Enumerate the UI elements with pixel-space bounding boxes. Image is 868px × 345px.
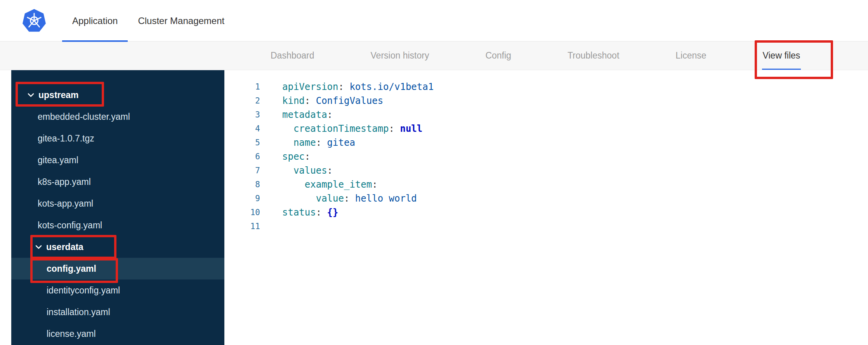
tree-item-label: gitea.yaml (38, 155, 78, 166)
code-token: : (316, 207, 327, 218)
kots-admin-console: ApplicationCluster Management DashboardV… (0, 0, 868, 345)
tree-folder-upstream[interactable]: upstream (11, 84, 224, 106)
line-number: 5 (224, 136, 260, 150)
tree-item-label: gitea-1.0.7.tgz (38, 133, 94, 144)
code-text: apiVersion: kots.io/v1beta1 (260, 80, 434, 94)
tree-file-config-yaml[interactable]: config.yaml (11, 258, 224, 279)
line-number: 1 (224, 80, 260, 94)
top-tabs: ApplicationCluster Management (62, 0, 234, 41)
code-line[interactable]: 1apiVersion: kots.io/v1beta1 (224, 80, 868, 94)
code-token: kots.io/v1beta1 (349, 81, 434, 92)
code-line[interactable]: 11 (224, 219, 868, 233)
code-line[interactable]: 9 value: hello world (224, 191, 868, 205)
subnav-item-config[interactable]: Config (485, 41, 511, 70)
code-text (260, 219, 282, 233)
code-token: values (293, 165, 327, 176)
tree-item-label: installation.yaml (47, 307, 110, 317)
code-text: creationTimestamp: null (260, 122, 422, 136)
code-text: spec: (260, 150, 310, 164)
chevron-down-icon (35, 245, 42, 249)
code-token: {} (327, 207, 339, 218)
line-number: 8 (224, 178, 260, 191)
code-token: hello world (355, 193, 417, 204)
code-line[interactable]: 7 values: (224, 164, 868, 178)
code-line[interactable]: 5 name: gitea (224, 136, 868, 150)
code-token: name (293, 137, 316, 148)
tree-folder-userdata[interactable]: userdata (11, 236, 224, 258)
topbar: ApplicationCluster Management (0, 0, 868, 41)
code-line[interactable]: 3metadata: (224, 108, 868, 122)
code-token: metadata (282, 109, 327, 120)
code-line[interactable]: 6spec: (224, 150, 868, 164)
kubernetes-logo[interactable] (22, 9, 47, 33)
top-tab-application[interactable]: Application (62, 0, 128, 41)
code-token: : (305, 95, 316, 106)
subnav-item-license[interactable]: License (675, 41, 706, 70)
tree-file-installation-yaml[interactable]: installation.yaml (11, 301, 224, 323)
code-text: metadata: (260, 108, 333, 122)
tree-item-label: kots-app.yaml (38, 198, 93, 209)
code-token: ConfigValues (316, 95, 383, 106)
tree-item-label: userdata (46, 242, 83, 252)
file-editor: 1apiVersion: kots.io/v1beta12kind: Confi… (224, 70, 868, 345)
tree-file-embedded-cluster-yaml[interactable]: embedded-cluster.yaml (11, 106, 224, 128)
subnav-item-troubleshoot[interactable]: Troubleshoot (568, 41, 619, 70)
tree-file-license-yaml[interactable]: license.yaml (11, 323, 224, 345)
code-line[interactable]: 10status: {} (224, 205, 868, 219)
tree-file-kots-config-yaml[interactable]: kots-config.yaml (11, 214, 224, 236)
code-token: value (316, 193, 344, 204)
code-text: kind: ConfigValues (260, 94, 383, 108)
tree-file-kots-app-yaml[interactable]: kots-app.yaml (11, 193, 224, 214)
tree-file-gitea-1-0-7-tgz[interactable]: gitea-1.0.7.tgz (11, 128, 224, 149)
subnav-item-view-files[interactable]: View files (763, 41, 800, 70)
tree-file-identityconfig-yaml[interactable]: identityconfig.yaml (11, 279, 224, 301)
code-token (282, 165, 293, 176)
line-number: 3 (224, 108, 260, 122)
line-number: 10 (224, 205, 260, 219)
code-text: name: gitea (260, 136, 355, 150)
code-line[interactable]: 4 creationTimestamp: null (224, 122, 868, 136)
tree-item-label: k8s-app.yaml (38, 177, 91, 187)
code-token (282, 179, 305, 190)
code-token: : (327, 109, 333, 120)
file-tree-sidebar: upstreamembedded-cluster.yamlgitea-1.0.7… (11, 70, 224, 345)
code-token: : (372, 179, 377, 190)
code-token: spec (282, 151, 305, 162)
code-token: status (282, 207, 316, 218)
code-token: : (305, 151, 310, 162)
line-number: 7 (224, 164, 260, 178)
code-token: gitea (327, 137, 355, 148)
top-tab-cluster-management[interactable]: Cluster Management (128, 0, 234, 41)
code-token (282, 193, 316, 204)
code-token: : (327, 165, 333, 176)
code-token: : (316, 137, 327, 148)
code-token: example_item (305, 179, 372, 190)
code-token: : (344, 193, 355, 204)
code-text: value: hello world (260, 191, 417, 205)
code-token: null (400, 123, 422, 134)
tree-item-label: license.yaml (47, 329, 96, 339)
code-text: example_item: (260, 178, 378, 191)
code-token (282, 137, 293, 148)
tree-file-k8s-app-yaml[interactable]: k8s-app.yaml (11, 171, 224, 193)
line-number: 9 (224, 191, 260, 205)
code-text: status: {} (260, 205, 339, 219)
code-token: apiVersion (282, 81, 339, 92)
line-number: 6 (224, 150, 260, 164)
code-token: : (389, 123, 400, 134)
kubernetes-logo-icon (22, 9, 47, 33)
code-text: values: (260, 164, 333, 178)
code-line[interactable]: 8 example_item: (224, 178, 868, 191)
line-number: 4 (224, 122, 260, 136)
code-token (282, 123, 293, 134)
tree-item-label: upstream (38, 90, 79, 100)
subnav-item-version-history[interactable]: Version history (371, 41, 429, 70)
line-number: 2 (224, 94, 260, 108)
chevron-down-icon (28, 93, 34, 97)
tree-file-gitea-yaml[interactable]: gitea.yaml (11, 149, 224, 171)
code-line[interactable]: 2kind: ConfigValues (224, 94, 868, 108)
subnav-item-dashboard[interactable]: Dashboard (271, 41, 314, 70)
code-token: creationTimestamp (293, 123, 389, 134)
app-subnav: DashboardVersion historyConfigTroublesho… (0, 41, 868, 70)
code-token: : (339, 81, 350, 92)
